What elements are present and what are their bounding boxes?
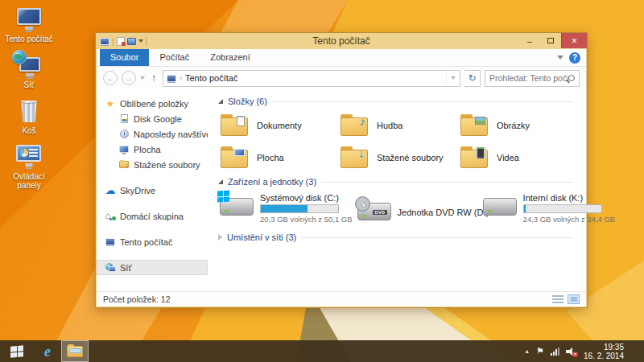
music-folder-icon: ♪ (340, 113, 369, 137)
windows-logo-icon (10, 345, 23, 358)
close-button[interactable]: × (561, 33, 587, 48)
folder-tile-music[interactable]: ♪ Hudba (340, 112, 460, 138)
breadcrumb-separator: › (180, 74, 182, 82)
recent-places-icon (118, 130, 130, 138)
back-button[interactable]: ← (103, 71, 118, 85)
divider: | (112, 37, 114, 46)
tab-file[interactable]: Soubor (100, 49, 149, 66)
title-bar[interactable]: | | Tento počítač – × (96, 33, 587, 49)
downloads-folder-icon: ↓ (340, 146, 369, 169)
window-title: Tento počítač (96, 35, 587, 47)
desktop-icon-label: Síť (23, 80, 34, 89)
sidebar-item-label: Síť (120, 263, 132, 273)
taskbar-clock[interactable]: 19:35 16. 2. 2014 (584, 343, 627, 360)
dvd-badge: DVD (373, 210, 386, 215)
folder-tile-downloads[interactable]: ↓ Stažené soubory (340, 144, 460, 171)
recent-locations-chevron-icon[interactable] (140, 76, 145, 80)
file-explorer-icon (67, 346, 83, 357)
folder-name: Videa (497, 153, 519, 162)
up-button[interactable]: ↑ (149, 72, 159, 84)
start-button[interactable] (0, 340, 34, 362)
sidebar-item-recent-places[interactable]: Naposledy navštívené (97, 126, 208, 142)
sidebar-item-network[interactable]: Síť (97, 260, 208, 275)
drive-tile-c[interactable]: Systémový disk (C:) 20,3 GB volných z 50… (220, 193, 353, 224)
computer-icon (105, 238, 116, 245)
group-title: Zařízení a jednotky (3) (228, 177, 316, 187)
sidebar-item-downloads[interactable]: Stažené soubory (97, 157, 208, 172)
file-list: Složky (6) Dokumenty ♪ Hudba Obrázky (208, 89, 586, 291)
tab-computer[interactable]: Počítač (149, 49, 200, 66)
sidebar-item-favorites[interactable]: ★ Oblíbené položky (97, 96, 208, 111)
expand-group-icon[interactable] (218, 234, 222, 241)
downloads-folder-icon (118, 161, 130, 168)
folder-name: Stažené soubory (377, 153, 444, 162)
sidebar-item-label: Plocha (134, 145, 161, 154)
thumbnail-view-icon[interactable] (568, 294, 580, 304)
sidebar-item-label: SkyDrive (120, 186, 155, 195)
group-header-folders[interactable]: Složky (6) (218, 97, 576, 106)
group-title: Umístění v síti (3) (227, 232, 296, 242)
item-count: Počet položek: 12 (103, 294, 170, 304)
volume-muted-icon[interactable]: × (566, 347, 577, 356)
desktop-icon-recycle-bin[interactable]: Koš (5, 98, 53, 135)
divider (272, 101, 573, 102)
desktop: Tento počítač Síť Koš Ovládací panely | … (0, 0, 644, 362)
collapse-group-icon[interactable] (218, 179, 223, 184)
tab-view[interactable]: Zobrazení (200, 49, 261, 66)
sidebar-item-this-pc[interactable]: Tento počítač (97, 234, 208, 249)
network-signal-icon[interactable] (551, 348, 559, 356)
show-hidden-icons-chevron-icon[interactable]: ▲ (524, 348, 530, 354)
dvd-drive-icon: DVD (357, 203, 391, 220)
sidebar-item-label: Domácí skupina (120, 212, 184, 221)
folders-grid: Dokumenty ♪ Hudba Obrázky Plocha (220, 112, 576, 171)
documents-folder-icon (220, 113, 250, 137)
customize-toolbar-chevron-icon[interactable] (138, 39, 143, 43)
divider: | (146, 37, 148, 46)
computer-icon (167, 75, 176, 82)
taskbar-item-internet-explorer[interactable]: e (34, 340, 61, 362)
desktop-icon-control-panel[interactable]: Ovládací panely (5, 144, 53, 190)
search-box[interactable] (485, 70, 580, 87)
sidebar-item-skydrive[interactable]: ☁ SkyDrive (97, 183, 208, 198)
taskbar-item-file-explorer[interactable] (61, 340, 89, 362)
sidebar-item-desktop[interactable]: Plocha (97, 142, 208, 157)
desktop-icon-network[interactable]: Síť (5, 52, 53, 89)
address-bar[interactable]: › Tento počítač (163, 70, 460, 87)
refresh-button[interactable]: ↻ (464, 70, 481, 87)
system-menu-icon[interactable] (100, 38, 109, 45)
ribbon-tabs: Soubor Počítač Zobrazení ? (97, 49, 586, 67)
collapse-group-icon[interactable] (218, 99, 223, 104)
system-tray: ▲ ⚑ × 19:35 16. 2. 2014 (524, 343, 644, 360)
new-folder-icon[interactable] (127, 38, 136, 45)
breadcrumb[interactable]: Tento počítač (185, 73, 237, 83)
system-drive-icon (220, 198, 254, 216)
sidebar-item-google-drive[interactable]: Disk Google (97, 111, 208, 126)
action-center-flag-icon[interactable]: ⚑ (536, 347, 544, 356)
sidebar-item-homegroup[interactable]: Domácí skupina (97, 208, 208, 224)
capacity-bar (260, 204, 339, 213)
details-view-icon[interactable] (552, 295, 564, 304)
folder-tile-videos[interactable]: Videa (460, 144, 580, 171)
forward-button[interactable]: → (122, 71, 136, 85)
maximize-button[interactable] (540, 33, 561, 48)
properties-icon[interactable] (117, 37, 125, 46)
minimize-button[interactable]: – (519, 33, 540, 48)
group-header-devices[interactable]: Zařízení a jednotky (3) (218, 177, 576, 187)
desktop-icon-label: Koš (22, 126, 35, 135)
homegroup-icon (105, 212, 116, 220)
expand-ribbon-chevron-icon[interactable] (557, 56, 564, 60)
help-icon[interactable]: ? (569, 52, 580, 64)
status-bar: Počet položek: 12 (97, 291, 586, 306)
clock-time: 19:35 (604, 343, 624, 352)
divider (321, 182, 573, 183)
drive-name: Interní disk (K:) (523, 193, 616, 203)
search-input[interactable] (489, 73, 568, 83)
folder-tile-documents[interactable]: Dokumenty (220, 112, 340, 138)
drive-tile-k[interactable]: Interní disk (K:) 24,3 GB volných z 24,4… (483, 193, 616, 224)
desktop-icon-this-pc[interactable]: Tento počítač (5, 6, 53, 43)
folder-tile-desktop[interactable]: Plocha (220, 144, 340, 171)
address-dropdown-chevron-icon[interactable] (446, 71, 460, 86)
folder-tile-pictures[interactable]: Obrázky (460, 112, 580, 138)
drive-tile-dvd[interactable]: DVD Jednotka DVD RW (D:) (357, 193, 478, 224)
group-header-network-locations[interactable]: Umístění v síti (3) (218, 232, 576, 242)
